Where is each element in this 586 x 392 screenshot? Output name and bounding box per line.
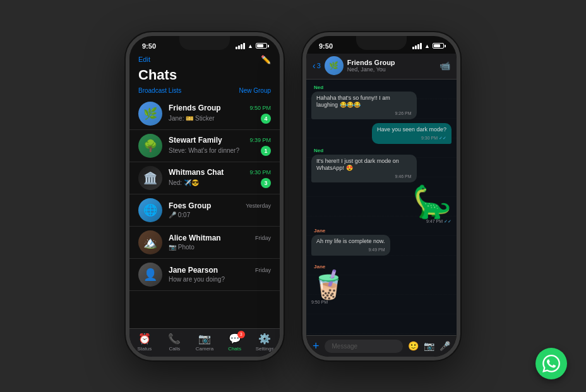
chat-item-whitmans-chat[interactable]: 🏛️ Whitmans Chat 9:30 PM Ned: ✈️😎 3 <box>129 162 280 194</box>
calls-tab-label: Calls <box>169 346 181 352</box>
status-bar-left: 9:50 ▲ <box>129 36 280 54</box>
conversation-name: Friends Group <box>347 59 436 66</box>
sender-jane-1: Jane <box>311 228 451 234</box>
wifi-icon-right: ▲ <box>424 43 430 49</box>
camera-tab-label: Camera <box>196 346 213 352</box>
tab-chats[interactable]: 💬 3 Chats <box>220 333 250 352</box>
chat-item-jane-pearson[interactable]: 👤 Jane Pearson Friday How are you doing? <box>129 259 280 291</box>
conversation-actions: 📹 <box>440 61 450 71</box>
chats-header: Edit ✏️ Chats Broadcast Lists New Group <box>129 54 280 98</box>
voice-button[interactable]: 🎤 <box>440 341 450 351</box>
tab-status[interactable]: ⏰ Status <box>129 333 160 352</box>
message-input-placeholder: Message <box>332 343 358 350</box>
chat-name-whitmans-chat: Whitmans Chat <box>169 168 224 177</box>
status-tab-label: Status <box>137 346 152 352</box>
chat-time-jane-pearson: Friday <box>255 267 271 273</box>
time-right: 9:50 <box>319 42 333 50</box>
chat-item-foes-group[interactable]: 🌐 Foes Group Yesterday 🎤 0:07 <box>129 194 280 227</box>
settings-tab-icon: ⚙️ <box>258 333 271 345</box>
message-ned-2: Ned It's here!! I just got dark mode on … <box>311 148 451 182</box>
tab-settings[interactable]: ⚙️ Settings <box>249 333 280 352</box>
chat-info-alice-whitman: Alice Whitman Friday 📷 Photo <box>169 234 271 251</box>
chat-item-friends-group[interactable]: 🌿 Friends Group 9:50 PM Jane: 🎫 Sticker … <box>129 98 280 130</box>
messages-area: Ned Hahaha that's so funny!! I am laughi… <box>306 80 457 335</box>
add-attachment-button[interactable]: + <box>313 340 320 353</box>
chat-preview-stewart-family: Steve: What's for dinner? <box>169 147 239 154</box>
left-phone: 9:50 ▲ Edit <box>126 32 284 360</box>
chat-list: 🌿 Friends Group 9:50 PM Jane: 🎫 Sticker … <box>129 98 280 328</box>
sender-ned-1: Ned <box>311 85 451 90</box>
tab-bar: ⏰ Status 📞 Calls 📷 Camera 💬 3 Chats <box>129 328 280 357</box>
time-sent-1: 9:30 PM ✓✓ <box>377 135 446 141</box>
avatar-alice-whitman: 🏔️ <box>138 230 162 254</box>
new-group-link[interactable]: New Group <box>239 87 271 94</box>
conversation-members: Ned, Jane, You <box>347 66 436 73</box>
conversation-avatar-emoji: 🌿 <box>329 61 338 70</box>
chat-preview-whitmans-chat: Ned: ✈️😎 <box>169 179 199 186</box>
sticker-button[interactable]: 🙂 <box>408 341 419 351</box>
avatar-stewart-family: 🌳 <box>138 134 162 158</box>
edit-button[interactable]: Edit <box>138 56 150 63</box>
chat-time-stewart-family: 9:39 PM <box>249 137 271 143</box>
time-left: 9:50 <box>142 42 156 50</box>
status-icons-left: ▲ <box>236 43 267 49</box>
time-sticker-received: 9:50 PM <box>311 300 328 304</box>
conversation-screen: 9:50 ▲ ‹ 3 <box>306 36 457 357</box>
conversation-header: ‹ 3 🌿 Friends Group Ned, Jane, You 📹 <box>306 54 457 80</box>
cup-sticker-wrapper: 🧋 9:50 PM <box>311 271 451 304</box>
chat-name-stewart-family: Stewart Family <box>169 136 222 145</box>
bubble-ned-1: Hahaha that's so funny!! I am laughing 😂… <box>311 92 417 119</box>
broadcast-lists-link[interactable]: Broadcast Lists <box>138 87 181 94</box>
unread-badge-friends-group: 4 <box>261 114 271 124</box>
tab-camera[interactable]: 📷 Camera <box>189 333 220 352</box>
chat-info-friends-group: Friends Group 9:50 PM Jane: 🎫 Sticker 4 <box>169 104 271 124</box>
unread-badge-whitmans-chat: 3 <box>261 178 271 188</box>
signal-icon <box>236 43 245 49</box>
chat-item-alice-whitman[interactable]: 🏔️ Alice Whitman Friday 📷 Photo <box>129 227 280 259</box>
chat-time-alice-whitman: Friday <box>255 235 271 241</box>
avatar-whitmans-chat: 🏛️ <box>138 166 162 190</box>
chat-input-area: + Message 🙂 📷 🎤 <box>306 335 457 357</box>
whatsapp-icon <box>542 355 560 372</box>
chat-preview-friends-group: Jane: 🎫 Sticker <box>169 115 215 122</box>
chat-name-friends-group: Friends Group <box>169 104 221 112</box>
ticks-sent-1: ✓✓ <box>439 136 446 140</box>
avatar-jane-pearson: 👤 <box>138 263 162 287</box>
chat-preview-alice-whitman: 📷 Photo <box>169 244 194 251</box>
dino-sticker: 🦕 <box>412 186 451 218</box>
sender-ned-2: Ned <box>311 148 451 153</box>
status-bar-right: 9:50 ▲ <box>306 36 457 54</box>
sticker-received: Jane 🧋 9:50 PM <box>311 259 451 304</box>
time-ned-1: 9:26 PM <box>316 110 412 116</box>
text-jane-1: Ah my life is complete now. <box>316 238 385 244</box>
chat-info-stewart-family: Stewart Family 9:39 PM Steve: What's for… <box>169 136 271 156</box>
tab-calls[interactable]: 📞 Calls <box>160 333 190 352</box>
message-input[interactable]: Message <box>325 340 403 353</box>
chats-nav: Edit ✏️ <box>138 55 271 64</box>
whatsapp-logo <box>535 348 567 379</box>
text-ned-2: It's here!! I just got dark mode on What… <box>316 158 399 172</box>
battery-icon-right <box>433 43 444 49</box>
chats-tab-label: Chats <box>228 346 241 352</box>
time-sticker-sent: 9:47 PM ✓✓ <box>426 219 451 224</box>
chat-name-foes-group: Foes Group <box>169 201 211 210</box>
message-ned-1: Ned Hahaha that's so funny!! I am laughi… <box>311 85 451 119</box>
unread-badge-stewart-family: 1 <box>261 146 271 156</box>
text-ned-1: Hahaha that's so funny!! I am laughing 😂… <box>316 95 390 109</box>
cup-sticker: 🧋 <box>311 271 346 299</box>
chat-item-stewart-family[interactable]: 🌳 Stewart Family 9:39 PM Steve: What's f… <box>129 130 280 162</box>
chat-name-alice-whitman: Alice Whitman <box>169 234 221 242</box>
status-tab-icon: ⏰ <box>138 333 151 345</box>
conversation-avatar: 🌿 <box>325 56 344 75</box>
message-sent-1: Have you seen dark mode? 9:30 PM ✓✓ <box>311 123 451 144</box>
conversation-info: Friends Group Ned, Jane, You <box>347 59 436 73</box>
bubble-ned-2: It's here!! I just got dark mode on What… <box>311 155 417 182</box>
video-call-icon[interactable]: 📹 <box>440 61 450 71</box>
status-icons-right: ▲ <box>412 43 444 49</box>
chats-screen: 9:50 ▲ Edit <box>129 36 280 357</box>
battery-icon <box>256 43 267 49</box>
camera-button[interactable]: 📷 <box>424 341 434 351</box>
back-button[interactable]: ‹ 3 <box>313 61 321 71</box>
compose-icon[interactable]: ✏️ <box>261 55 271 64</box>
wifi-icon: ▲ <box>248 43 253 49</box>
